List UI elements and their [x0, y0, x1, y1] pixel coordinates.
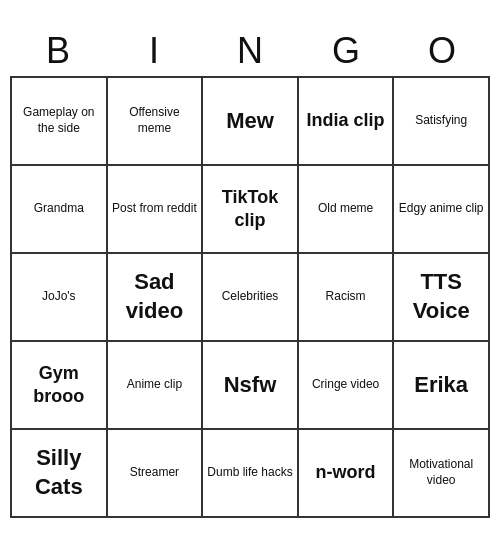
bingo-cell-text-20: Silly Cats [16, 444, 102, 501]
bingo-cell-text-11: Sad video [112, 268, 198, 325]
bingo-cell-text-8: Old meme [318, 201, 373, 217]
bingo-cell-text-18: Cringe video [312, 377, 379, 393]
bingo-cell-22[interactable]: Dumb life hacks [203, 430, 299, 518]
bingo-cell-text-9: Edgy anime clip [399, 201, 484, 217]
bingo-cell-13[interactable]: Racism [299, 254, 395, 342]
bingo-cell-7[interactable]: TikTok clip [203, 166, 299, 254]
bingo-cell-text-19: Erika [414, 371, 468, 400]
bingo-header: BINGO [10, 26, 490, 76]
bingo-cell-4[interactable]: Satisfying [394, 78, 490, 166]
header-letter-b: B [10, 30, 106, 72]
bingo-cell-23[interactable]: n-word [299, 430, 395, 518]
bingo-cell-16[interactable]: Anime clip [108, 342, 204, 430]
bingo-grid: Gameplay on the sideOffensive memeMewInd… [10, 76, 490, 518]
bingo-cell-text-21: Streamer [130, 465, 179, 481]
bingo-cell-text-10: JoJo's [42, 289, 76, 305]
bingo-cell-text-16: Anime clip [127, 377, 182, 393]
header-letter-g: G [298, 30, 394, 72]
bingo-cell-5[interactable]: Grandma [12, 166, 108, 254]
bingo-cell-8[interactable]: Old meme [299, 166, 395, 254]
bingo-cell-0[interactable]: Gameplay on the side [12, 78, 108, 166]
bingo-cell-text-3: India clip [307, 109, 385, 132]
bingo-cell-text-24: Motivational video [398, 457, 484, 488]
bingo-cell-text-1: Offensive meme [112, 105, 198, 136]
bingo-cell-10[interactable]: JoJo's [12, 254, 108, 342]
bingo-cell-text-23: n-word [316, 461, 376, 484]
bingo-cell-14[interactable]: TTS Voice [394, 254, 490, 342]
bingo-cell-3[interactable]: India clip [299, 78, 395, 166]
bingo-cell-text-4: Satisfying [415, 113, 467, 129]
bingo-cell-9[interactable]: Edgy anime clip [394, 166, 490, 254]
bingo-cell-11[interactable]: Sad video [108, 254, 204, 342]
bingo-cell-6[interactable]: Post from reddit [108, 166, 204, 254]
header-letter-o: O [394, 30, 490, 72]
bingo-cell-text-17: Nsfw [224, 371, 277, 400]
bingo-cell-2[interactable]: Mew [203, 78, 299, 166]
bingo-cell-15[interactable]: Gym brooo [12, 342, 108, 430]
bingo-cell-17[interactable]: Nsfw [203, 342, 299, 430]
header-letter-i: I [106, 30, 202, 72]
bingo-cell-text-6: Post from reddit [112, 201, 197, 217]
bingo-cell-19[interactable]: Erika [394, 342, 490, 430]
bingo-cell-12[interactable]: Celebrities [203, 254, 299, 342]
bingo-cell-text-15: Gym brooo [16, 362, 102, 409]
bingo-cell-18[interactable]: Cringe video [299, 342, 395, 430]
bingo-cell-text-7: TikTok clip [207, 186, 293, 233]
bingo-card: BINGO Gameplay on the sideOffensive meme… [10, 26, 490, 518]
bingo-cell-text-5: Grandma [34, 201, 84, 217]
bingo-cell-20[interactable]: Silly Cats [12, 430, 108, 518]
bingo-cell-text-13: Racism [326, 289, 366, 305]
bingo-cell-24[interactable]: Motivational video [394, 430, 490, 518]
bingo-cell-text-22: Dumb life hacks [207, 465, 292, 481]
bingo-cell-1[interactable]: Offensive meme [108, 78, 204, 166]
bingo-cell-text-2: Mew [226, 107, 274, 136]
bingo-cell-text-12: Celebrities [222, 289, 279, 305]
header-letter-n: N [202, 30, 298, 72]
bingo-cell-text-14: TTS Voice [398, 268, 484, 325]
bingo-cell-21[interactable]: Streamer [108, 430, 204, 518]
bingo-cell-text-0: Gameplay on the side [16, 105, 102, 136]
